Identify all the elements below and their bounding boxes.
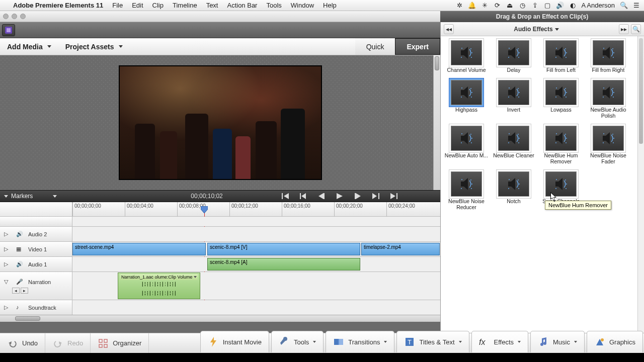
search-icon[interactable]: 🔍	[631, 24, 641, 34]
nav-left-icon[interactable]: ◂	[12, 288, 20, 294]
notifications-icon[interactable]: 🔔	[468, 2, 476, 9]
toggle-icon[interactable]: ▷	[4, 304, 11, 311]
track-head-audio1[interactable]: ▷ 🔊 Audio 1	[0, 257, 72, 272]
effect-item[interactable]: Fill from Left	[538, 40, 584, 73]
menu-action-bar[interactable]: Action Bar	[227, 2, 257, 9]
menu-help[interactable]: Help	[323, 2, 337, 9]
markers-label[interactable]: Markers	[11, 193, 33, 200]
effect-item[interactable]: Notch	[491, 171, 536, 210]
effect-item[interactable]: Lowpass	[538, 80, 584, 119]
traffic-lights[interactable]	[3, 14, 26, 19]
toggle-icon[interactable]: ▷	[4, 261, 11, 268]
time-ruler[interactable]: 00;00;00;00 00;00;04;00 00;00;08;00 00;0…	[72, 202, 440, 216]
toggle-open-icon[interactable]: ▽	[4, 279, 11, 286]
project-assets-button[interactable]: Project Assets	[58, 38, 130, 55]
effect-item[interactable]: Invert	[491, 80, 536, 119]
play-icon[interactable]	[336, 193, 344, 200]
clip-video[interactable]: timelapse-2.mp4	[361, 243, 440, 255]
track-lane-narration[interactable]: Narration_1.aac olume:Clip Volume ┃╏┇┃╎┃…	[72, 272, 440, 300]
menu-text[interactable]: Text	[206, 2, 218, 9]
add-media-button[interactable]: Add Media	[0, 38, 58, 55]
program-monitor[interactable]	[120, 66, 321, 179]
current-timecode[interactable]: 00;00;10;02	[191, 193, 222, 200]
effects-category[interactable]: Audio Effects	[514, 26, 552, 33]
track-head-collapsed[interactable]	[0, 217, 72, 226]
nav-fwd-icon[interactable]: ▸▸	[619, 24, 629, 34]
effect-item[interactable]: NewBlue Audio Polish	[586, 80, 631, 119]
effect-item[interactable]: NewBlue Auto M...	[444, 126, 489, 164]
battery-icon[interactable]: ▢	[544, 2, 551, 9]
list-icon[interactable]: ☰	[632, 2, 640, 9]
spotlight-icon[interactable]: 🔍	[620, 2, 627, 9]
nav-back-icon[interactable]: ◂◂	[444, 24, 454, 34]
preview-scrollbar[interactable]	[433, 55, 440, 190]
goto-out-icon[interactable]	[390, 193, 398, 200]
user-name[interactable]: A Anderson	[582, 2, 615, 9]
help-icon[interactable]: ◐	[569, 2, 577, 9]
app-name[interactable]: Adobe Premiere Elements 11	[13, 2, 103, 9]
clock-icon[interactable]: ◷	[519, 2, 526, 9]
zoom-icon[interactable]	[20, 14, 26, 19]
mode-quick[interactable]: Quick	[355, 38, 395, 55]
volume-icon[interactable]: 🔊	[556, 2, 564, 9]
eject-icon[interactable]: ⏏	[506, 2, 514, 9]
mic-icon[interactable]: 🎤	[16, 279, 23, 286]
prev-icon[interactable]	[299, 193, 307, 200]
playhead-icon[interactable]	[201, 206, 208, 213]
menu-timeline[interactable]: Timeline	[173, 2, 197, 9]
minimize-icon[interactable]	[12, 14, 17, 19]
app-icon-button[interactable]	[2, 24, 15, 36]
menu-extra2-icon[interactable]: ✳	[481, 2, 489, 9]
effect-item[interactable]: NewBlue Cleaner	[491, 126, 536, 164]
track-head-narration[interactable]: ▽ 🎤 Narration ◂ ▸	[0, 272, 72, 300]
instant-movie-button[interactable]: Instant Movie	[200, 331, 269, 352]
mode-expert[interactable]: Expert	[395, 38, 440, 55]
step-fwd-icon[interactable]	[354, 193, 362, 200]
nav-right-icon[interactable]: ▸	[21, 288, 28, 294]
clip-video[interactable]: street-scene.mp4	[72, 243, 206, 255]
organizer-button[interactable]: Organizer	[91, 333, 149, 353]
effect-item[interactable]: NewBlue Noise Reducer	[444, 171, 489, 210]
wifi-icon[interactable]: ⇪	[531, 2, 539, 9]
effects-scrollbar[interactable]	[637, 36, 644, 351]
clip-audio[interactable]: scenic-8.mp4 [A]	[207, 258, 360, 270]
sync-icon[interactable]: ⟳	[494, 2, 501, 9]
music-button[interactable]: Music	[530, 331, 585, 352]
track-lane-video1[interactable]: street-scene.mp4 scenic-8.mp4 [V] timela…	[72, 242, 440, 256]
menu-window[interactable]: Window	[291, 2, 314, 9]
toggle-icon[interactable]: ▷	[4, 231, 11, 238]
speaker-icon[interactable]: 🔊	[16, 231, 23, 238]
effects-button[interactable]: fxEffects	[471, 331, 529, 352]
menu-extra-icon[interactable]: ✲	[456, 2, 463, 9]
step-back-icon[interactable]	[317, 193, 326, 200]
effect-item[interactable]: Channel Volume	[444, 40, 489, 73]
track-lane-audio1[interactable]: scenic-8.mp4 [A]	[72, 257, 440, 272]
menu-clip[interactable]: Clip	[152, 2, 164, 9]
menu-edit[interactable]: Edit	[132, 2, 143, 9]
next-icon[interactable]	[372, 193, 380, 200]
track-lane[interactable]	[72, 217, 440, 226]
titles-button[interactable]: TTitles & Text	[396, 331, 469, 352]
track-head-video1[interactable]: ▷ ▦ Video 1	[0, 242, 72, 256]
goto-in-icon[interactable]	[281, 193, 289, 200]
clip-narration[interactable]: Narration_1.aac olume:Clip Volume ┃╏┇┃╎┃…	[118, 273, 200, 299]
close-icon[interactable]	[3, 14, 9, 19]
track-head-audio2[interactable]: ▷ 🔊 Audio 2	[0, 227, 72, 241]
mac-menubar[interactable]: Adobe Premiere Elements 11 File Edit Cli…	[0, 0, 644, 11]
track-lane[interactable]	[72, 300, 440, 315]
speaker-icon[interactable]: 🔊	[16, 261, 23, 268]
track-lane[interactable]	[72, 227, 440, 241]
effect-item[interactable]: Delay	[491, 40, 536, 73]
menu-file[interactable]: File	[112, 2, 123, 9]
effect-item[interactable]: NewBlue Noise Fader	[586, 126, 631, 164]
film-icon[interactable]: ▦	[16, 246, 23, 253]
music-icon[interactable]: ♪	[16, 304, 23, 311]
undo-button[interactable]: Undo	[0, 333, 45, 353]
toggle-icon[interactable]: ▷	[4, 246, 11, 253]
clip-video[interactable]: scenic-8.mp4 [V]	[207, 243, 360, 255]
graphics-button[interactable]: Graphics	[587, 331, 643, 352]
timeline-h-scrollbar[interactable]	[0, 315, 440, 322]
tools-button[interactable]: Tools	[271, 331, 324, 352]
effect-item[interactable]: NewBlue Hum Remover	[538, 126, 584, 164]
effect-item[interactable]: Fill from Right	[586, 40, 631, 73]
